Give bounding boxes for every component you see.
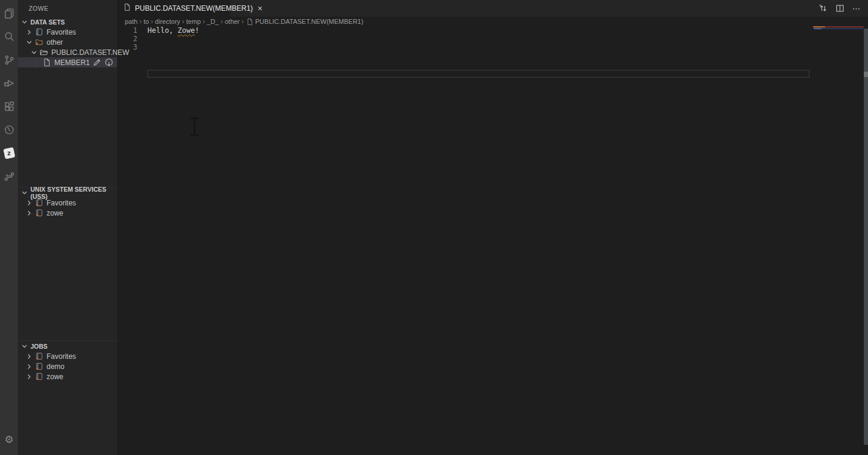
close-icon[interactable]: × <box>258 4 263 13</box>
code-text: Hello, Zowe! <box>147 26 199 35</box>
file-icon <box>123 3 131 14</box>
explorer-icon[interactable] <box>0 2 18 25</box>
section-header-jobs[interactable]: JOBS <box>18 341 117 351</box>
misspelled-word: Zowe <box>178 26 195 35</box>
run-debug-icon[interactable] <box>0 72 18 95</box>
chevron-down-icon <box>20 188 29 198</box>
breadcrumb-separator: › <box>182 17 184 26</box>
section-header-data-sets[interactable]: DATA SETS <box>18 17 117 27</box>
chevron-right-icon <box>24 208 34 218</box>
zowe-logo: z <box>3 147 15 159</box>
editor-actions: ⋯ <box>818 0 868 17</box>
breadcrumb-separator: › <box>220 17 223 26</box>
section-jobs: JOBS Favorites <box>18 340 117 455</box>
tree-item-jobs-demo[interactable]: demo <box>18 361 117 371</box>
breadcrumb-separator: › <box>202 17 205 26</box>
breadcrumb-segment[interactable]: path <box>125 18 137 25</box>
code-editor[interactable]: 1 Hello, Zowe! 2 3 <box>117 26 868 455</box>
code-line-1: 1 Hello, Zowe! <box>117 26 868 35</box>
tree-item-uss-zowe[interactable]: zowe <box>18 208 117 218</box>
chevron-down-icon <box>20 17 29 27</box>
chevron-right-icon <box>24 362 34 371</box>
line-number: 2 <box>117 35 137 43</box>
pipeline-icon[interactable] <box>0 165 18 188</box>
line-number: 1 <box>117 26 137 35</box>
tab-public-dataset-new-member1[interactable]: PUBLIC.DATASET.NEW(MEMBER1) × <box>117 0 230 17</box>
chevron-down-icon <box>20 342 29 351</box>
tree-item-jobs-favorites[interactable]: Favorites <box>18 351 117 361</box>
tree-item-member1[interactable]: MEMBER1 <box>18 57 117 67</box>
zowe-icon[interactable]: z <box>0 142 18 165</box>
zowe-sidebar: ZOWE DATA SETS Favorites <box>18 0 117 455</box>
download-icon[interactable] <box>104 58 113 67</box>
section-header-uss[interactable]: UNIX SYSTEM SERVICES (USS) <box>18 187 117 198</box>
minimap-line-mark <box>813 26 864 27</box>
tree-item-datasets-favorites[interactable]: Favorites <box>18 27 117 37</box>
session-icon <box>34 372 44 382</box>
chevron-right-icon <box>24 198 34 208</box>
chevron-right-icon <box>24 352 34 361</box>
code-line-3: 3 <box>117 43 868 51</box>
tree-item-datasets-other[interactable]: other <box>18 37 117 47</box>
breadcrumb-segment[interactable]: PUBLIC.DATASET.NEW(MEMBER1) <box>256 18 364 25</box>
tree-item-uss-favorites[interactable]: Favorites <box>18 198 117 208</box>
code-line-2: 2 <box>117 35 868 43</box>
file-icon <box>246 18 254 26</box>
session-icon <box>34 362 44 371</box>
session-folder-icon <box>34 38 44 47</box>
tab-title: PUBLIC.DATASET.NEW(MEMBER1) <box>135 4 253 13</box>
member1-actions <box>92 58 117 67</box>
more-actions-icon[interactable]: ⋯ <box>851 3 862 14</box>
edit-pencil-icon[interactable] <box>92 58 101 67</box>
line-number: 3 <box>117 43 137 51</box>
file-icon <box>18 58 51 67</box>
indent-guide <box>36 57 36 67</box>
tab-bar: PUBLIC.DATASET.NEW(MEMBER1) × ⋯ <box>117 0 868 17</box>
breadcrumb-segment[interactable]: directory <box>155 18 180 25</box>
section-data-sets: DATA SETS Favorites <box>18 17 117 187</box>
session-icon <box>34 352 44 361</box>
chevron-down-icon <box>24 38 34 47</box>
breadcrumb-segment[interactable]: to <box>143 18 149 25</box>
tree-item-jobs-zowe[interactable]: zowe <box>18 371 117 382</box>
source-control-icon[interactable] <box>0 48 18 72</box>
activity-bar: z ⚙ <box>0 0 18 455</box>
breadcrumb-separator: › <box>139 17 141 26</box>
breadcrumb-separator: › <box>242 17 244 26</box>
favorites-session-icon <box>34 27 44 37</box>
split-editor-icon[interactable] <box>835 3 845 14</box>
minimap-line-mark <box>814 28 863 29</box>
session-icon <box>34 198 44 208</box>
scrollbar-slider[interactable] <box>864 72 868 77</box>
compare-swap-icon[interactable] <box>818 3 829 14</box>
chevron-down-icon <box>29 48 39 57</box>
settings-gear-icon[interactable]: ⚙ <box>0 428 18 451</box>
extensions-icon[interactable] <box>0 95 18 118</box>
breadcrumb-separator: › <box>151 17 153 26</box>
sidebar-title: ZOWE <box>18 0 117 17</box>
minimap[interactable] <box>813 26 864 62</box>
search-icon[interactable] <box>0 25 18 48</box>
mouse-ibeam-cursor <box>190 118 199 136</box>
open-folder-icon <box>39 48 48 57</box>
tree-item-dataset-public-dataset-new[interactable]: PUBLIC.DATASET.NEW <box>18 47 117 57</box>
scrollbar[interactable] <box>864 29 868 445</box>
session-icon <box>34 208 44 218</box>
clock-icon[interactable] <box>0 118 18 142</box>
editor-group: PUBLIC.DATASET.NEW(MEMBER1) × ⋯ <box>117 0 868 455</box>
section-uss: UNIX SYSTEM SERVICES (USS) Favorites <box>18 187 117 340</box>
breadcrumb-segment[interactable]: _D_ <box>207 18 218 25</box>
breadcrumb-segment[interactable]: other <box>224 18 239 25</box>
current-line-highlight <box>147 70 809 78</box>
breadcrumb: path › to › directory › temp › _D_ › oth… <box>117 17 868 26</box>
chevron-right-icon <box>24 27 34 37</box>
breadcrumb-segment[interactable]: temp <box>186 18 201 25</box>
vscode-window: z ⚙ ZOWE DATA SETS <box>0 0 868 455</box>
chevron-right-icon <box>24 372 34 382</box>
